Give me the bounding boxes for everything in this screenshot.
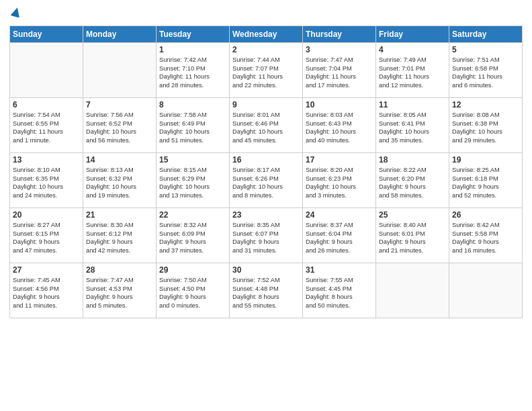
calendar-cell: 18Sunrise: 8:22 AM Sunset: 6:20 PM Dayli… — [376, 153, 449, 208]
cell-content: Sunrise: 7:50 AM Sunset: 4:50 PM Dayligh… — [159, 276, 226, 310]
day-number: 30 — [232, 265, 300, 275]
week-row-2: 6Sunrise: 7:54 AM Sunset: 6:55 PM Daylig… — [10, 98, 523, 153]
logo — [9, 7, 21, 20]
calendar-cell: 14Sunrise: 8:13 AM Sunset: 6:32 PM Dayli… — [83, 153, 157, 208]
day-number: 13 — [13, 155, 80, 165]
day-number: 12 — [452, 100, 519, 109]
cell-content: Sunrise: 7:47 AM Sunset: 4:53 PM Dayligh… — [86, 276, 153, 310]
calendar-cell — [83, 43, 157, 98]
calendar-cell: 10Sunrise: 8:03 AM Sunset: 6:43 PM Dayli… — [303, 98, 376, 153]
weekday-header-friday: Friday — [376, 26, 449, 43]
cell-content: Sunrise: 7:45 AM Sunset: 4:56 PM Dayligh… — [13, 276, 80, 310]
calendar-cell: 23Sunrise: 8:35 AM Sunset: 6:07 PM Dayli… — [230, 208, 303, 263]
day-number: 1 — [159, 45, 226, 54]
cell-content: Sunrise: 8:40 AM Sunset: 6:01 PM Dayligh… — [379, 221, 446, 255]
calendar-cell: 4Sunrise: 7:49 AM Sunset: 7:01 PM Daylig… — [376, 43, 449, 98]
calendar-cell: 13Sunrise: 8:10 AM Sunset: 6:35 PM Dayli… — [10, 153, 83, 208]
cell-content: Sunrise: 7:54 AM Sunset: 6:55 PM Dayligh… — [13, 111, 80, 144]
cell-content: Sunrise: 8:10 AM Sunset: 6:35 PM Dayligh… — [13, 166, 80, 199]
weekday-header-thursday: Thursday — [303, 26, 376, 43]
calendar-cell: 9Sunrise: 8:01 AM Sunset: 6:46 PM Daylig… — [230, 98, 303, 153]
day-number: 16 — [232, 155, 300, 165]
day-number: 31 — [306, 265, 373, 275]
cell-content: Sunrise: 7:51 AM Sunset: 6:58 PM Dayligh… — [452, 56, 519, 89]
day-number: 28 — [86, 265, 153, 275]
day-number: 20 — [13, 210, 80, 220]
cell-content: Sunrise: 8:27 AM Sunset: 6:15 PM Dayligh… — [13, 221, 80, 255]
cell-content: Sunrise: 7:56 AM Sunset: 6:52 PM Dayligh… — [86, 111, 153, 144]
weekday-header-saturday: Saturday — [449, 26, 523, 43]
calendar-cell: 3Sunrise: 7:47 AM Sunset: 7:04 PM Daylig… — [303, 43, 376, 98]
week-row-4: 20Sunrise: 8:27 AM Sunset: 6:15 PM Dayli… — [10, 208, 523, 263]
week-row-3: 13Sunrise: 8:10 AM Sunset: 6:35 PM Dayli… — [10, 153, 523, 208]
logo-triangle-icon — [11, 7, 21, 20]
cell-content: Sunrise: 8:08 AM Sunset: 6:38 PM Dayligh… — [452, 111, 519, 144]
calendar-cell: 19Sunrise: 8:25 AM Sunset: 6:18 PM Dayli… — [449, 153, 523, 208]
cell-content: Sunrise: 7:44 AM Sunset: 7:07 PM Dayligh… — [232, 56, 300, 89]
day-number: 6 — [13, 100, 80, 109]
calendar-cell: 31Sunrise: 7:55 AM Sunset: 4:45 PM Dayli… — [303, 263, 376, 318]
cell-content: Sunrise: 7:47 AM Sunset: 7:04 PM Dayligh… — [306, 56, 373, 89]
day-number: 2 — [232, 45, 300, 54]
calendar-cell: 8Sunrise: 7:58 AM Sunset: 6:49 PM Daylig… — [157, 98, 230, 153]
day-number: 8 — [159, 100, 226, 109]
day-number: 15 — [159, 155, 226, 165]
cell-content: Sunrise: 8:35 AM Sunset: 6:07 PM Dayligh… — [232, 221, 300, 255]
cell-content: Sunrise: 8:32 AM Sunset: 6:09 PM Dayligh… — [159, 221, 226, 255]
calendar-cell: 29Sunrise: 7:50 AM Sunset: 4:50 PM Dayli… — [157, 263, 230, 318]
day-number: 11 — [379, 100, 446, 109]
calendar-cell: 5Sunrise: 7:51 AM Sunset: 6:58 PM Daylig… — [449, 43, 523, 98]
svg-marker-0 — [11, 7, 21, 17]
calendar-cell: 6Sunrise: 7:54 AM Sunset: 6:55 PM Daylig… — [10, 98, 83, 153]
page-container: SundayMondayTuesdayWednesdayThursdayFrid… — [0, 0, 532, 324]
cell-content: Sunrise: 8:05 AM Sunset: 6:41 PM Dayligh… — [379, 111, 446, 144]
day-number: 3 — [306, 45, 373, 54]
header — [9, 7, 523, 20]
cell-content: Sunrise: 8:25 AM Sunset: 6:18 PM Dayligh… — [452, 166, 519, 199]
weekday-header-tuesday: Tuesday — [157, 26, 230, 43]
calendar-cell: 12Sunrise: 8:08 AM Sunset: 6:38 PM Dayli… — [449, 98, 523, 153]
calendar-cell: 1Sunrise: 7:42 AM Sunset: 7:10 PM Daylig… — [157, 43, 230, 98]
cell-content: Sunrise: 7:55 AM Sunset: 4:45 PM Dayligh… — [306, 276, 373, 310]
day-number: 19 — [452, 155, 519, 165]
calendar-cell: 2Sunrise: 7:44 AM Sunset: 7:07 PM Daylig… — [230, 43, 303, 98]
day-number: 26 — [452, 210, 519, 220]
day-number: 22 — [159, 210, 226, 220]
calendar-cell: 16Sunrise: 8:17 AM Sunset: 6:26 PM Dayli… — [230, 153, 303, 208]
calendar-cell — [449, 263, 523, 318]
calendar-cell: 15Sunrise: 8:15 AM Sunset: 6:29 PM Dayli… — [157, 153, 230, 208]
calendar-cell: 26Sunrise: 8:42 AM Sunset: 5:58 PM Dayli… — [449, 208, 523, 263]
cell-content: Sunrise: 8:01 AM Sunset: 6:46 PM Dayligh… — [232, 111, 300, 144]
day-number: 29 — [159, 265, 226, 275]
cell-content: Sunrise: 8:13 AM Sunset: 6:32 PM Dayligh… — [86, 166, 153, 199]
cell-content: Sunrise: 7:52 AM Sunset: 4:48 PM Dayligh… — [232, 276, 300, 310]
day-number: 23 — [232, 210, 300, 220]
calendar-cell: 21Sunrise: 8:30 AM Sunset: 6:12 PM Dayli… — [83, 208, 157, 263]
calendar-cell — [376, 263, 449, 318]
cell-content: Sunrise: 8:30 AM Sunset: 6:12 PM Dayligh… — [86, 221, 153, 255]
weekday-header-row: SundayMondayTuesdayWednesdayThursdayFrid… — [10, 26, 523, 43]
day-number: 25 — [379, 210, 446, 220]
day-number: 10 — [306, 100, 373, 109]
cell-content: Sunrise: 8:15 AM Sunset: 6:29 PM Dayligh… — [159, 166, 226, 199]
calendar-cell: 25Sunrise: 8:40 AM Sunset: 6:01 PM Dayli… — [376, 208, 449, 263]
calendar-cell: 17Sunrise: 8:20 AM Sunset: 6:23 PM Dayli… — [303, 153, 376, 208]
cell-content: Sunrise: 8:20 AM Sunset: 6:23 PM Dayligh… — [306, 166, 373, 199]
day-number: 18 — [379, 155, 446, 165]
day-number: 9 — [232, 100, 300, 109]
calendar-cell — [10, 43, 83, 98]
calendar-cell: 11Sunrise: 8:05 AM Sunset: 6:41 PM Dayli… — [376, 98, 449, 153]
day-number: 7 — [86, 100, 153, 109]
cell-content: Sunrise: 8:03 AM Sunset: 6:43 PM Dayligh… — [306, 111, 373, 144]
calendar-table: SundayMondayTuesdayWednesdayThursdayFrid… — [9, 26, 523, 318]
cell-content: Sunrise: 7:42 AM Sunset: 7:10 PM Dayligh… — [159, 56, 226, 89]
day-number: 5 — [452, 45, 519, 54]
calendar-cell: 22Sunrise: 8:32 AM Sunset: 6:09 PM Dayli… — [157, 208, 230, 263]
day-number: 21 — [86, 210, 153, 220]
day-number: 17 — [306, 155, 373, 165]
calendar-cell: 20Sunrise: 8:27 AM Sunset: 6:15 PM Dayli… — [10, 208, 83, 263]
day-number: 27 — [13, 265, 80, 275]
calendar-cell: 27Sunrise: 7:45 AM Sunset: 4:56 PM Dayli… — [10, 263, 83, 318]
cell-content: Sunrise: 8:22 AM Sunset: 6:20 PM Dayligh… — [379, 166, 446, 199]
cell-content: Sunrise: 7:58 AM Sunset: 6:49 PM Dayligh… — [159, 111, 226, 144]
